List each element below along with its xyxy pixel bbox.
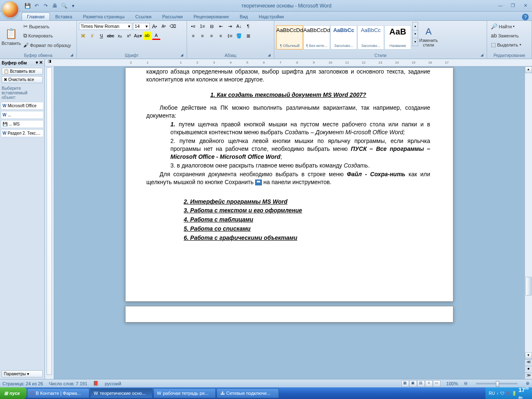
qat-save-icon[interactable]: 💾 xyxy=(24,2,31,9)
paste-button[interactable]: 📋 Вставить xyxy=(2,22,20,51)
paste-all-button[interactable]: 📋Вставить все xyxy=(2,68,43,75)
decrease-indent-button[interactable]: ⇤ xyxy=(217,22,225,30)
clear-all-button[interactable]: ✖Очистить все xyxy=(2,76,43,83)
status-proof-icon[interactable]: 📕 xyxy=(93,381,99,386)
clipboard-item[interactable]: WРаздел 2. Текс.... xyxy=(1,129,44,137)
font-color-button[interactable]: A xyxy=(152,32,160,40)
pane-dropdown[interactable]: ▾ xyxy=(36,60,38,65)
vertical-ruler[interactable]: ◨ xyxy=(45,59,54,379)
close-button[interactable]: ✕ xyxy=(521,3,530,9)
change-styles-button[interactable]: A Изменить стили xyxy=(419,22,438,51)
tray-battery-icon[interactable]: 🔋 xyxy=(512,391,517,396)
align-left-button[interactable]: ≡ xyxy=(189,32,197,40)
tray-kaspersky-icon[interactable]: K xyxy=(507,391,510,396)
pane-close[interactable]: ✕ xyxy=(39,60,43,65)
justify-button[interactable]: ≡ xyxy=(217,32,225,40)
styles-launcher[interactable]: ◢ xyxy=(480,53,485,58)
underline-button[interactable]: Ч xyxy=(97,32,106,40)
clipboard-item[interactable]: W... xyxy=(1,111,44,119)
office-button[interactable] xyxy=(2,1,19,18)
highlight-button[interactable]: ab xyxy=(143,32,151,40)
document-page[interactable]: каждого абзаца определенным образом, выб… xyxy=(125,67,453,302)
tab-page-layout[interactable]: Разметка страницы xyxy=(78,12,130,20)
clipboard-item[interactable]: 💾... MS xyxy=(1,120,44,128)
taskbar-item[interactable]: Wрабочая тетрадь ре... xyxy=(153,388,216,398)
clear-format-button[interactable]: ⌫ xyxy=(169,22,177,30)
tab-review[interactable]: Рецензирование xyxy=(188,12,234,20)
scroll-up[interactable]: ▴ xyxy=(525,66,532,73)
minimize-button[interactable]: — xyxy=(496,3,505,9)
taskbar-item[interactable]: OВ Контакте | Фарма... xyxy=(27,388,89,398)
font-launcher[interactable]: ◢ xyxy=(180,53,185,58)
scroll-thumb[interactable] xyxy=(525,277,532,296)
borders-button[interactable]: ⊞ xyxy=(244,32,252,40)
restore-button[interactable]: ❐ xyxy=(509,3,517,9)
tab-home[interactable]: Главная xyxy=(22,12,50,20)
subscript-button[interactable]: x₂ xyxy=(116,32,124,40)
align-right-button[interactable]: ≡ xyxy=(207,32,216,40)
clipboard-item[interactable]: WMicrosoft Office xyxy=(1,102,44,110)
number-list-button[interactable]: 1≡ xyxy=(198,22,207,30)
style-item[interactable]: AaBbCcЗаголово... xyxy=(330,25,357,49)
show-marks-button[interactable]: ¶ xyxy=(244,22,252,30)
zoom-slider[interactable] xyxy=(476,383,517,384)
qat-print-icon[interactable]: 🖶 xyxy=(52,2,58,9)
view-outline[interactable]: ≡ xyxy=(425,380,433,387)
gallery-more[interactable]: ▾ xyxy=(413,38,418,46)
status-language[interactable]: русский xyxy=(105,381,121,386)
tray-icon[interactable]: 🛡 xyxy=(500,391,505,396)
start-button[interactable]: ⊞пуск xyxy=(0,387,27,399)
font-size-combo[interactable]: 14▾ xyxy=(133,23,150,30)
cut-button[interactable]: ✂Вырезать xyxy=(22,22,73,31)
tab-insert[interactable]: Вставка xyxy=(50,12,78,20)
clipboard-launcher[interactable]: ◢ xyxy=(70,53,75,58)
strike-button[interactable]: abc xyxy=(106,32,115,40)
italic-button[interactable]: К xyxy=(88,32,96,40)
increase-indent-button[interactable]: ⇥ xyxy=(226,22,234,30)
copy-button[interactable]: ⧉Копировать xyxy=(22,31,73,40)
qat-redo-icon[interactable]: ↷ xyxy=(42,2,49,9)
next-page[interactable]: ≫ xyxy=(525,372,532,379)
grow-font-button[interactable]: A▴ xyxy=(150,22,159,30)
prev-page[interactable]: ≪ xyxy=(525,359,532,366)
tray-icon[interactable]: ‹ xyxy=(497,391,498,396)
font-name-combo[interactable]: Times New Roman▾ xyxy=(79,23,132,30)
change-case-button[interactable]: Aa▾ xyxy=(134,32,142,40)
scroll-track[interactable] xyxy=(525,73,532,352)
qat-preview-icon[interactable]: 🔍 xyxy=(61,2,67,9)
view-draft[interactable]: ▭ xyxy=(433,380,441,387)
view-web[interactable]: ▤ xyxy=(417,380,425,387)
style-item[interactable]: AaBbCcDd¶ Без инте... xyxy=(303,25,330,49)
document-page-next[interactable] xyxy=(125,306,453,323)
qat-undo-icon[interactable]: ↶ xyxy=(33,2,40,9)
line-spacing-button[interactable]: ‡≡ xyxy=(226,32,234,40)
zoom-out[interactable]: ⊖ xyxy=(464,381,468,386)
qat-more-icon[interactable]: ▾ xyxy=(70,2,76,9)
align-center-button[interactable]: ≡ xyxy=(198,32,207,40)
format-painter-button[interactable]: 🖌Формат по образцу xyxy=(22,41,73,49)
taskbar-item[interactable]: Wтеоретические осно... xyxy=(90,388,153,398)
view-full-reading[interactable]: ▣ xyxy=(409,380,417,387)
view-print-layout[interactable]: ▦ xyxy=(401,380,409,387)
tab-mailings[interactable]: Рассылки xyxy=(157,12,188,20)
zoom-in[interactable]: ⊕ xyxy=(526,381,530,386)
zoom-value[interactable]: 100% xyxy=(446,381,458,386)
status-page[interactable]: Страница: 24 из 26 xyxy=(2,381,43,386)
find-button[interactable]: 🔎Найти▾ xyxy=(489,22,530,31)
shrink-font-button[interactable]: A▾ xyxy=(160,22,168,30)
tray-language[interactable]: RU xyxy=(489,391,495,396)
scroll-down[interactable]: ▾ xyxy=(525,352,532,359)
paragraph-launcher[interactable]: ◢ xyxy=(268,53,273,58)
style-item[interactable]: AaBbCcЗаголово... xyxy=(357,25,384,49)
bullet-list-button[interactable]: •≡ xyxy=(189,22,197,30)
superscript-button[interactable]: x² xyxy=(125,32,133,40)
multilevel-list-button[interactable]: ⊟ xyxy=(207,22,216,30)
status-words[interactable]: Число слов: 7 191 xyxy=(49,381,87,386)
gallery-up[interactable]: ▴ xyxy=(413,22,418,30)
gallery-down[interactable]: ▾ xyxy=(413,30,418,38)
clipboard-options-button[interactable]: Параметры ▾ xyxy=(2,370,43,377)
tab-view[interactable]: Вид xyxy=(234,12,254,20)
style-item[interactable]: AaBbCcDd¶ Обычный xyxy=(276,25,303,49)
tab-references[interactable]: Ссылки xyxy=(130,12,157,20)
sort-button[interactable]: A↓ xyxy=(235,22,243,30)
